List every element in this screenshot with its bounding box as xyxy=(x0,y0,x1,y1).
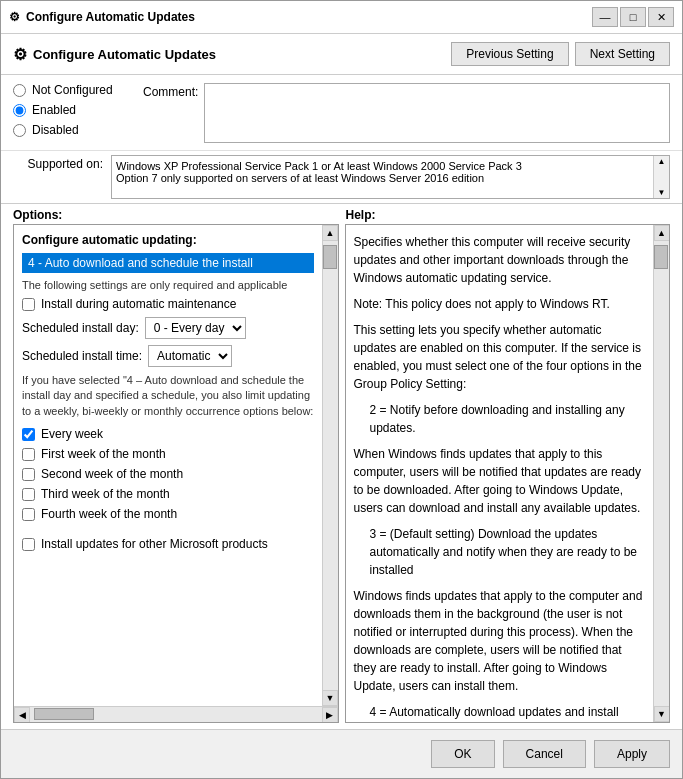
comment-textarea[interactable] xyxy=(204,83,670,143)
help-p1: Specifies whether this computer will rec… xyxy=(354,233,646,287)
options-hscroll-thumb[interactable] xyxy=(34,708,94,720)
second-week-check[interactable]: Second week of the month xyxy=(22,467,314,481)
help-p3: This setting lets you specify whether au… xyxy=(354,321,646,393)
first-week-check[interactable]: First week of the month xyxy=(22,447,314,461)
radio-group: Not Configured Enabled Disabled xyxy=(13,83,143,146)
supported-on-section: Supported on: Windows XP Professional Se… xyxy=(1,151,682,204)
disabled-input[interactable] xyxy=(13,124,26,137)
main-content: Configure automatic updating: 4 - Auto d… xyxy=(1,224,682,729)
install-maintenance-label: Install during automatic maintenance xyxy=(41,297,236,311)
every-week-input[interactable] xyxy=(22,428,35,441)
third-week-check[interactable]: Third week of the month xyxy=(22,487,314,501)
options-scroll-down[interactable]: ▼ xyxy=(322,690,338,706)
options-note: The following settings are only required… xyxy=(22,279,314,291)
third-week-label: Third week of the month xyxy=(41,487,170,501)
not-configured-label: Not Configured xyxy=(32,83,113,97)
help-p8: 4 = Automatically download updates and i… xyxy=(370,703,646,722)
comment-label: Comment: xyxy=(143,83,198,99)
help-p4: 2 = Notify before downloading and instal… xyxy=(370,401,646,437)
supported-scroll-up[interactable]: ▲ xyxy=(658,157,666,166)
help-p2: Note: This policy does not apply to Wind… xyxy=(354,295,646,313)
enabled-input[interactable] xyxy=(13,104,26,117)
previous-setting-button[interactable]: Previous Setting xyxy=(451,42,568,66)
header-title-text: Configure Automatic Updates xyxy=(33,47,216,62)
fourth-week-input[interactable] xyxy=(22,508,35,521)
options-hscroll-right[interactable]: ▶ xyxy=(322,707,338,723)
options-main: Configure automatic updating: 4 - Auto d… xyxy=(14,225,338,706)
every-week-check[interactable]: Every week xyxy=(22,427,314,441)
schedule-time-row: Scheduled install time: Automatic 00:00 … xyxy=(22,345,314,367)
other-products-check[interactable]: Install updates for other Microsoft prod… xyxy=(22,537,314,551)
help-scroll-track xyxy=(654,241,669,706)
supported-on-box: Windows XP Professional Service Pack 1 o… xyxy=(111,155,670,199)
supported-scroll-down[interactable]: ▼ xyxy=(658,188,666,197)
close-button[interactable]: ✕ xyxy=(648,7,674,27)
help-section-label: Help: xyxy=(338,208,671,222)
selected-option: 4 - Auto download and schedule the insta… xyxy=(22,253,314,273)
other-products-input[interactable] xyxy=(22,538,35,551)
options-scroll-up[interactable]: ▲ xyxy=(322,225,338,241)
options-scrollbar: ▲ ▼ xyxy=(322,225,338,706)
apply-button[interactable]: Apply xyxy=(594,740,670,768)
maximize-button[interactable]: □ xyxy=(620,7,646,27)
options-hscroll-track xyxy=(30,707,322,722)
options-label-text: Options: xyxy=(13,208,62,222)
first-week-label: First week of the month xyxy=(41,447,166,461)
schedule-day-select[interactable]: 0 - Every day 1 - Sunday 2 - Monday xyxy=(145,317,246,339)
title-icon: ⚙ xyxy=(9,10,20,24)
enabled-label: Enabled xyxy=(32,103,76,117)
options-section-label: Options: xyxy=(13,208,338,222)
options-scroll-track xyxy=(323,241,338,690)
help-panel: Specifies whether this computer will rec… xyxy=(346,225,654,722)
title-bar: ⚙ Configure Automatic Updates — □ ✕ xyxy=(1,1,682,34)
title-bar-left: ⚙ Configure Automatic Updates xyxy=(9,10,195,24)
cancel-button[interactable]: Cancel xyxy=(503,740,586,768)
options-panel: Configure automatic updating: 4 - Auto d… xyxy=(14,225,322,706)
not-configured-input[interactable] xyxy=(13,84,26,97)
header-icon: ⚙ xyxy=(13,45,27,64)
schedule-day-label: Scheduled install day: xyxy=(22,321,139,335)
disabled-label: Disabled xyxy=(32,123,79,137)
schedule-time-label: Scheduled install time: xyxy=(22,349,142,363)
help-scroll-thumb[interactable] xyxy=(654,245,668,269)
options-container: Configure automatic updating: 4 - Auto d… xyxy=(13,224,339,723)
options-hscroll-left[interactable]: ◀ xyxy=(14,707,30,723)
enabled-radio[interactable]: Enabled xyxy=(13,103,143,117)
install-maintenance-check[interactable]: Install during automatic maintenance xyxy=(22,297,314,311)
second-week-input[interactable] xyxy=(22,468,35,481)
help-p6: 3 = (Default setting) Download the updat… xyxy=(370,525,646,579)
every-week-label: Every week xyxy=(41,427,103,441)
options-title: Configure automatic updating: xyxy=(22,233,314,247)
fourth-week-label: Fourth week of the month xyxy=(41,507,177,521)
second-week-label: Second week of the month xyxy=(41,467,183,481)
not-configured-radio[interactable]: Not Configured xyxy=(13,83,143,97)
other-products-label: Install updates for other Microsoft prod… xyxy=(41,537,268,551)
title-bar-controls: — □ ✕ xyxy=(592,7,674,27)
next-setting-button[interactable]: Next Setting xyxy=(575,42,670,66)
minimize-button[interactable]: — xyxy=(592,7,618,27)
ok-button[interactable]: OK xyxy=(431,740,494,768)
schedule-time-select[interactable]: Automatic 00:00 01:00 xyxy=(148,345,232,367)
fourth-week-check[interactable]: Fourth week of the month xyxy=(22,507,314,521)
auto-download-note: If you have selected "4 – Auto download … xyxy=(22,373,314,419)
supported-on-text: Windows XP Professional Service Pack 1 o… xyxy=(116,160,522,184)
title-text: Configure Automatic Updates xyxy=(26,10,195,24)
section-labels: Options: Help: xyxy=(1,204,682,224)
help-scrollbar: ▲ ▼ xyxy=(653,225,669,722)
help-scroll-down[interactable]: ▼ xyxy=(654,706,670,722)
help-p7: Windows finds updates that apply to the … xyxy=(354,587,646,695)
header-bar: ⚙ Configure Automatic Updates Previous S… xyxy=(1,34,682,75)
disabled-radio[interactable]: Disabled xyxy=(13,123,143,137)
header-buttons: Previous Setting Next Setting xyxy=(451,42,670,66)
help-scroll-up[interactable]: ▲ xyxy=(654,225,670,241)
install-maintenance-input[interactable] xyxy=(22,298,35,311)
first-week-input[interactable] xyxy=(22,448,35,461)
main-window: ⚙ Configure Automatic Updates — □ ✕ ⚙ Co… xyxy=(0,0,683,779)
options-scroll-thumb[interactable] xyxy=(323,245,337,269)
footer: OK Cancel Apply xyxy=(1,729,682,778)
help-panel-wrapper: Specifies whether this computer will rec… xyxy=(345,224,671,723)
third-week-input[interactable] xyxy=(22,488,35,501)
help-label-text: Help: xyxy=(346,208,376,222)
header-title: ⚙ Configure Automatic Updates xyxy=(13,45,216,64)
help-p5: When Windows finds updates that apply to… xyxy=(354,445,646,517)
